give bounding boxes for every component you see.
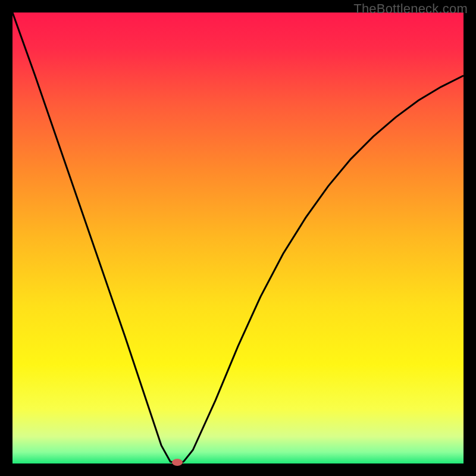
chart-frame bbox=[12, 12, 464, 464]
optimum-marker bbox=[172, 459, 183, 466]
bottleneck-curve-path bbox=[12, 12, 464, 462]
watermark-text: TheBottleneck.com bbox=[353, 1, 468, 17]
chart-curve bbox=[12, 12, 464, 464]
